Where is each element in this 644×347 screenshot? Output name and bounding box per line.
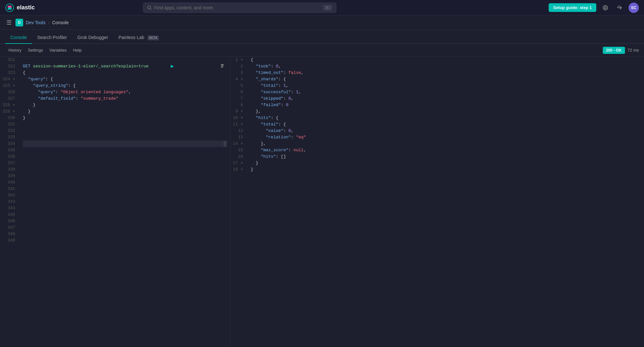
svg-point-2 <box>7 7 12 10</box>
code-line-343 <box>23 199 227 205</box>
resp-line-5: "total": 1, <box>251 83 641 89</box>
hamburger-menu[interactable]: ☰ <box>5 18 13 27</box>
resp-line-18: } <box>251 166 641 173</box>
share-icon[interactable] <box>614 3 625 13</box>
resp-line-3: "timed_out": false, <box>251 70 641 76</box>
status-badge: 200 - OK <box>603 47 625 54</box>
code-editor[interactable]: 321 322 323 324 ▾ 325 ▾ 326 327 328 ▾ 32… <box>0 57 230 347</box>
resp-line-8: "failed": 0 <box>251 102 641 108</box>
toolbar: History Settings Variables Help 200 - OK… <box>0 44 644 57</box>
code-line-325: "query_string": { <box>23 83 227 89</box>
response-code-lines: { "took": 0, "timed_out": false, "_shard… <box>248 57 644 347</box>
elastic-logo-icon <box>5 3 14 12</box>
code-line-323: { <box>23 70 227 76</box>
search-shortcut: ⌘/ <box>323 5 332 11</box>
right-panel: 1 ▾ 2 3 4 ▾ 5 6 7 8 9 ▾ 10 ▾ 11 ▾ 12 13 … <box>230 57 644 347</box>
resp-line-10: "hits": { <box>251 115 641 121</box>
elastic-logo-text: elastic <box>17 4 35 11</box>
resp-line-11: "total": { <box>251 121 641 128</box>
resp-line-1: { <box>251 57 641 63</box>
code-line-329: } <box>23 108 227 115</box>
code-line-338 <box>23 166 227 173</box>
code-line-324: "query": { <box>23 76 227 83</box>
help-button[interactable]: Help <box>70 46 85 55</box>
code-lines[interactable]: GET session-summaries-1-elser/_search?ex… <box>20 57 230 347</box>
global-search-bar[interactable]: ⌘/ <box>143 3 336 13</box>
resp-line-2: "took": 0, <box>251 63 641 70</box>
response-line-numbers: 1 ▾ 2 3 4 ▾ 5 6 7 8 9 ▾ 10 ▾ 11 ▾ 12 13 … <box>230 57 248 347</box>
elastic-logo[interactable]: elastic <box>5 3 35 12</box>
code-line-349 <box>23 237 227 244</box>
svg-point-5 <box>603 5 608 10</box>
resp-line-4: "_shards": { <box>251 76 641 83</box>
settings-button[interactable]: Settings <box>24 46 46 55</box>
code-line-337 <box>23 160 227 166</box>
run-button[interactable]: ▶ <box>171 63 174 70</box>
nav-right: Setup guide: step 1 SC <box>549 3 639 13</box>
left-panel: 321 322 323 324 ▾ 325 ▾ 326 327 328 ▾ 32… <box>0 57 230 347</box>
code-line-331 <box>23 121 227 128</box>
resp-line-12: "value": 0, <box>251 128 641 134</box>
breadcrumb-separator: › <box>48 20 50 25</box>
search-icon <box>147 5 152 10</box>
resp-line-14: }, <box>251 141 641 147</box>
time-badge: 72 ms <box>628 48 639 53</box>
code-line-344 <box>23 205 227 212</box>
code-line-322: GET session-summaries-1-elser/_search?ex… <box>23 63 227 70</box>
tab-bar: Console Search Profiler Grok Debugger Pa… <box>0 30 644 44</box>
beta-badge: BETA <box>148 35 159 40</box>
svg-point-3 <box>148 6 150 9</box>
tab-console[interactable]: Console <box>5 32 32 44</box>
code-line-326: "query": "Object oriented languages", <box>23 89 227 95</box>
svg-line-4 <box>150 8 151 10</box>
tab-search-profiler[interactable]: Search Profiler <box>32 32 72 44</box>
tab-painless-lab[interactable]: Painless Lab BETA <box>113 32 164 44</box>
code-line-335 <box>23 147 227 154</box>
svg-point-6 <box>604 7 606 9</box>
setup-guide-button[interactable]: Setup guide: step 1 <box>549 3 596 12</box>
breadcrumb-d-icon: D <box>15 19 23 26</box>
avatar[interactable]: SC <box>629 3 639 13</box>
resp-line-15: "max_score": null, <box>251 147 641 154</box>
code-line-346 <box>23 218 227 224</box>
line-322-actions: ▶ <box>171 63 225 70</box>
code-line-330: } <box>23 115 227 121</box>
line-numbers: 321 322 323 324 ▾ 325 ▾ 326 327 328 ▾ 32… <box>0 57 20 347</box>
line-334-divider: ‖ <box>222 141 227 147</box>
tab-grok-debugger[interactable]: Grok Debugger <box>72 32 113 44</box>
breadcrumb-dev-tools[interactable]: Dev Tools <box>26 20 45 25</box>
global-search-input[interactable] <box>154 5 321 10</box>
code-line-328: } <box>23 102 227 108</box>
code-line-348 <box>23 231 227 237</box>
code-line-334: ‖ <box>23 141 227 147</box>
variables-button[interactable]: Variables <box>46 46 70 55</box>
editor-container: 321 322 323 324 ▾ 325 ▾ 326 327 328 ▾ 32… <box>0 57 644 347</box>
code-line-339 <box>23 173 227 179</box>
code-line-340 <box>23 179 227 186</box>
resp-line-9: }, <box>251 108 641 115</box>
resp-line-6: "successful": 1, <box>251 89 641 95</box>
resp-line-17: } <box>251 160 641 166</box>
resp-line-7: "skipped": 0, <box>251 95 641 102</box>
code-line-332 <box>23 128 227 134</box>
code-line-336 <box>23 154 227 160</box>
code-line-327: "default_field": "summary_trade" <box>23 95 227 102</box>
resp-line-16: "hits": [] <box>251 154 641 160</box>
top-nav: elastic ⌘/ Setup guide: step 1 SC <box>0 0 644 15</box>
breadcrumb-bar: ☰ D Dev Tools › Console <box>0 15 644 30</box>
code-line-345 <box>23 212 227 218</box>
code-line-342 <box>23 192 227 199</box>
history-button[interactable]: History <box>5 46 24 55</box>
response-editor[interactable]: 1 ▾ 2 3 4 ▾ 5 6 7 8 9 ▾ 10 ▾ 11 ▾ 12 13 … <box>230 57 644 347</box>
resp-line-13: "relation": "eq" <box>251 134 641 141</box>
code-line-341 <box>23 186 227 192</box>
code-line-347 <box>23 224 227 231</box>
notifications-icon[interactable] <box>600 3 610 13</box>
breadcrumb-console: Console <box>52 20 69 25</box>
